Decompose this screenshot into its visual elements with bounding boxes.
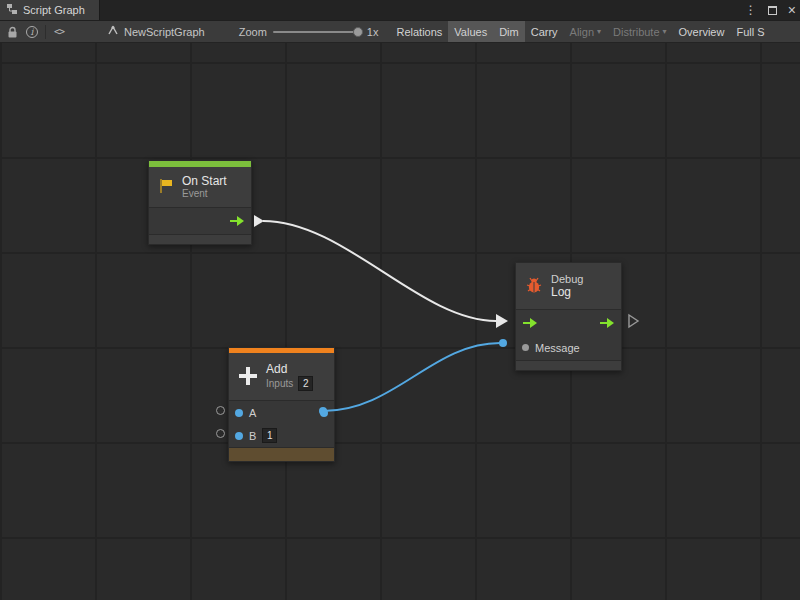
zoom-value: 1x — [367, 26, 379, 38]
align-dropdown[interactable]: Align ▾ — [564, 21, 607, 42]
port-label: A — [249, 407, 256, 419]
carry-output-triangle-icon — [629, 315, 638, 327]
toolbar-buttons: Relations Values Dim Carry Align ▾ Distr… — [390, 21, 770, 42]
message-input-port[interactable]: Message — [516, 335, 621, 360]
port-label: B — [249, 430, 256, 442]
value-output-dot[interactable] — [320, 409, 328, 417]
node-footer — [149, 234, 251, 244]
node-debug-log[interactable]: Debug Log Message — [515, 262, 622, 371]
graph-toolbar: i <> NewScriptGraph Zoom 1x Relations Va… — [0, 20, 800, 43]
port-b-value-field[interactable]: 1 — [262, 428, 277, 443]
node-title: Debug — [551, 273, 583, 285]
wire-add-to-message — [323, 343, 500, 411]
wires-layer — [0, 43, 800, 600]
node-subtitle: Inputs — [266, 378, 293, 390]
wire-source-arrow-icon — [254, 215, 264, 227]
graph-name[interactable]: NewScriptGraph — [107, 25, 205, 39]
values-button[interactable]: Values — [448, 21, 493, 42]
unconnected-port-circle[interactable] — [216, 429, 225, 438]
flow-input-arrow-icon[interactable] — [522, 317, 538, 329]
graph-asset-icon — [107, 25, 119, 39]
graph-name-label: NewScriptGraph — [124, 26, 205, 38]
relations-button[interactable]: Relations — [390, 21, 448, 42]
value-port-dot[interactable] — [522, 344, 529, 351]
zoom-slider[interactable] — [273, 31, 361, 33]
overview-button[interactable]: Overview — [673, 21, 731, 42]
trigger-output-port[interactable] — [149, 208, 251, 234]
node-title: On Start — [182, 174, 227, 188]
fullscreen-button[interactable]: Full S — [730, 21, 770, 42]
flow-arrow-icon — [229, 215, 245, 227]
wire-onstart-to-debug — [263, 221, 496, 321]
dim-button[interactable]: Dim — [493, 21, 525, 42]
maximize-icon[interactable] — [768, 6, 777, 15]
zoom-slider-knob[interactable] — [353, 27, 363, 37]
inputs-count-field[interactable]: 2 — [298, 376, 313, 391]
node-header[interactable]: On Start Event — [149, 167, 251, 207]
flag-icon — [157, 177, 175, 197]
lock-icon[interactable] — [2, 21, 22, 42]
script-graph-tab-icon — [6, 3, 18, 17]
code-view-icon[interactable]: <> — [49, 21, 69, 42]
node-on-start[interactable]: On Start Event — [148, 160, 252, 245]
graph-canvas[interactable]: On Start Event — [0, 43, 800, 600]
carry-button[interactable]: Carry — [525, 21, 564, 42]
node-subtitle: Log — [551, 285, 583, 299]
window-controls: ⋮ × — [745, 0, 796, 20]
node-add[interactable]: Add Inputs 2 A B 1 — [228, 347, 335, 462]
chevron-down-icon: ▾ — [597, 27, 601, 36]
port-label: Message — [535, 342, 580, 354]
kebab-menu-icon[interactable]: ⋮ — [745, 4, 757, 16]
port-b-row[interactable]: B 1 — [229, 424, 334, 447]
tab-title: Script Graph — [23, 4, 85, 16]
node-footer — [516, 360, 621, 370]
close-icon[interactable]: × — [788, 3, 796, 17]
unconnected-port-circle[interactable] — [216, 406, 225, 415]
bug-icon — [524, 275, 544, 297]
value-input-dot[interactable] — [235, 409, 243, 417]
script-graph-window: Script Graph ⋮ × i <> NewScriptGraph Zoo… — [0, 0, 800, 600]
chevron-down-icon: ▾ — [663, 27, 667, 36]
flow-port-row — [516, 310, 621, 335]
distribute-dropdown[interactable]: Distribute ▾ — [607, 21, 672, 42]
wire-endpoint-dot — [499, 339, 507, 347]
info-icon[interactable]: i — [22, 21, 42, 42]
flow-output-arrow-icon[interactable] — [599, 317, 615, 329]
port-a-row[interactable]: A — [229, 401, 334, 424]
node-subtitle: Event — [182, 188, 227, 200]
plus-icon — [237, 365, 259, 389]
tab-bar: Script Graph ⋮ × — [0, 0, 800, 20]
toolbar-separator — [45, 25, 46, 39]
zoom-label: Zoom — [239, 26, 267, 38]
zoom-control: Zoom 1x — [239, 26, 379, 38]
tab-script-graph[interactable]: Script Graph — [0, 0, 100, 20]
node-footer — [229, 447, 334, 461]
wire-arrowhead-icon — [496, 314, 508, 328]
node-title: Add — [266, 362, 313, 376]
value-input-dot[interactable] — [235, 432, 243, 440]
node-header[interactable]: Add Inputs 2 — [229, 353, 334, 400]
node-header[interactable]: Debug Log — [516, 263, 621, 309]
